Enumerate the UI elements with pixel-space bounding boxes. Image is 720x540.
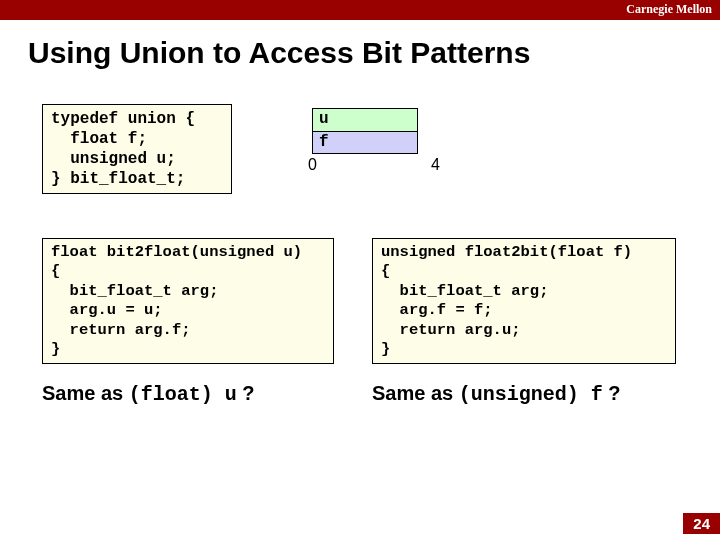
left-column: float bit2float(unsigned u) { bit_float_…: [42, 238, 342, 406]
page-number: 24: [683, 513, 720, 534]
union-cell-u: u: [312, 108, 418, 131]
q-pre: Same as: [42, 382, 129, 404]
tick-0: 0: [308, 156, 317, 174]
q-mono: (float) u: [129, 383, 237, 406]
q-mono: (unsigned) f: [459, 383, 603, 406]
page-title: Using Union to Access Bit Patterns: [0, 20, 720, 70]
union-diagram: u f 0 4: [312, 108, 418, 176]
q-post: ?: [237, 382, 255, 404]
header-bar: Carnegie Mellon: [0, 0, 720, 20]
byte-ticks: 0 4: [312, 156, 418, 176]
left-question: Same as (float) u ?: [42, 382, 342, 406]
right-column: unsigned float2bit(float f) { bit_float_…: [372, 238, 692, 406]
q-pre: Same as: [372, 382, 459, 404]
right-question: Same as (unsigned) f ?: [372, 382, 692, 406]
float2bit-code-box: unsigned float2bit(float f) { bit_float_…: [372, 238, 676, 364]
tick-4: 4: [431, 156, 440, 174]
typedef-code-box: typedef union { float f; unsigned u; } b…: [42, 104, 232, 194]
bit2float-code-box: float bit2float(unsigned u) { bit_float_…: [42, 238, 334, 364]
union-cell-f: f: [312, 131, 418, 154]
two-columns: float bit2float(unsigned u) { bit_float_…: [0, 238, 720, 406]
q-post: ?: [603, 382, 621, 404]
top-row: typedef union { float f; unsigned u; } b…: [0, 104, 720, 194]
brand-label: Carnegie Mellon: [626, 2, 712, 17]
